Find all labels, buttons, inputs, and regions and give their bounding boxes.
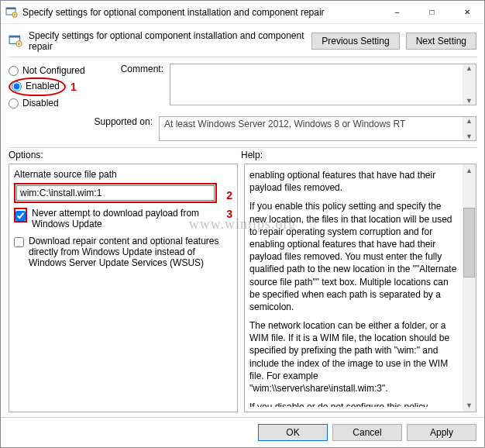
footer: OK Cancel Apply xyxy=(1,417,484,447)
radio-enabled-input[interactable] xyxy=(12,81,22,91)
panes: Alternate source file path 2 Never attem… xyxy=(1,164,484,417)
wsus-checkbox[interactable] xyxy=(14,237,24,247)
app-icon xyxy=(5,6,18,19)
svg-rect-1 xyxy=(6,8,15,9)
svg-rect-7 xyxy=(19,43,20,45)
never-download-label: Never attempt to download payload from W… xyxy=(32,208,222,229)
state-radios: Not Configured Enabled 1 Disabled xyxy=(9,64,94,110)
radio-not-configured[interactable]: Not Configured xyxy=(9,65,94,76)
supported-value-box: At least Windows Server 2012, Windows 8 … xyxy=(159,116,476,141)
comment-input[interactable]: ▲ ▼ xyxy=(170,64,476,105)
scroll-up-icon[interactable]: ▲ xyxy=(466,166,473,175)
apply-button[interactable]: Apply xyxy=(407,424,476,441)
radio-not-configured-input[interactable] xyxy=(9,66,19,76)
supported-value: At least Windows Server 2012, Windows 8 … xyxy=(164,119,405,129)
close-button[interactable]: ✕ xyxy=(449,1,484,24)
options-label: Options: xyxy=(9,150,241,160)
scroll-up-icon[interactable]: ▲ xyxy=(466,117,473,125)
help-p3: The network location can be either a fol… xyxy=(249,319,457,395)
comment-area: Comment: ▲ ▼ xyxy=(101,64,476,110)
svg-rect-5 xyxy=(9,36,20,37)
scroll-down-icon[interactable]: ▼ xyxy=(466,133,473,140)
titlebar: Specify settings for optional component … xyxy=(1,1,484,24)
state-area: Not Configured Enabled 1 Disabled Commen… xyxy=(1,57,484,113)
wsus-label: Download repair content and optional fea… xyxy=(29,236,232,268)
help-p2: If you enable this policy setting and sp… xyxy=(249,200,457,313)
radio-disabled[interactable]: Disabled xyxy=(9,98,94,109)
wsus-row[interactable]: Download repair content and optional fea… xyxy=(14,236,232,268)
help-pane: enabling optional features that have had… xyxy=(244,164,476,412)
help-p4: If you disable or do not configure this … xyxy=(249,401,457,407)
help-p1: enabling optional features that have had… xyxy=(249,169,457,194)
previous-setting-button[interactable]: Previous Setting xyxy=(311,33,399,50)
dialog-window: Specify settings for optional component … xyxy=(0,0,485,448)
radio-disabled-label: Disabled xyxy=(22,98,59,109)
annotation-3: 3 xyxy=(226,208,232,220)
minimize-button[interactable]: – xyxy=(380,1,414,24)
scroll-up-icon[interactable]: ▲ xyxy=(466,64,473,72)
maximize-button[interactable]: □ xyxy=(414,1,449,24)
supported-scrollbar[interactable]: ▲ ▼ xyxy=(463,117,476,140)
radio-enabled-label: Enabled xyxy=(26,81,60,91)
scroll-down-icon[interactable]: ▼ xyxy=(466,97,473,105)
cancel-button[interactable]: Cancel xyxy=(332,424,402,441)
next-setting-button[interactable]: Next Setting xyxy=(406,33,476,50)
policy-icon xyxy=(9,34,22,48)
supported-row: Supported on: At least Windows Server 20… xyxy=(1,113,484,147)
radio-not-configured-label: Not Configured xyxy=(22,65,85,76)
help-text: enabling optional features that have had… xyxy=(249,169,471,407)
help-label: Help: xyxy=(241,150,476,160)
supported-label: Supported on: xyxy=(9,116,153,127)
window-title: Specify settings for optional component … xyxy=(22,7,380,18)
annotation-1: 1 xyxy=(71,81,77,93)
options-pane: Alternate source file path 2 Never attem… xyxy=(9,164,238,412)
never-download-checkbox[interactable] xyxy=(15,211,26,221)
header: Specify settings for optional component … xyxy=(1,24,484,57)
section-labels: Options: Help: xyxy=(1,148,484,164)
scroll-thumb[interactable] xyxy=(463,208,475,277)
alt-path-label: Alternate source file path xyxy=(14,169,232,180)
header-title: Specify settings for optional component … xyxy=(29,30,305,52)
radio-disabled-input[interactable] xyxy=(9,98,19,109)
help-scrollbar[interactable]: ▲ ▼ xyxy=(463,164,476,412)
ok-button[interactable]: OK xyxy=(258,424,328,441)
radio-enabled[interactable]: Enabled xyxy=(12,81,60,91)
comment-scrollbar[interactable]: ▲ ▼ xyxy=(463,64,476,105)
never-download-row[interactable]: Never attempt to download payload from W… xyxy=(14,208,232,229)
alt-path-input[interactable] xyxy=(16,185,215,201)
scroll-down-icon[interactable]: ▼ xyxy=(466,401,473,410)
annotation-2: 2 xyxy=(226,189,232,202)
comment-label: Comment: xyxy=(101,64,163,110)
svg-rect-3 xyxy=(14,13,15,16)
